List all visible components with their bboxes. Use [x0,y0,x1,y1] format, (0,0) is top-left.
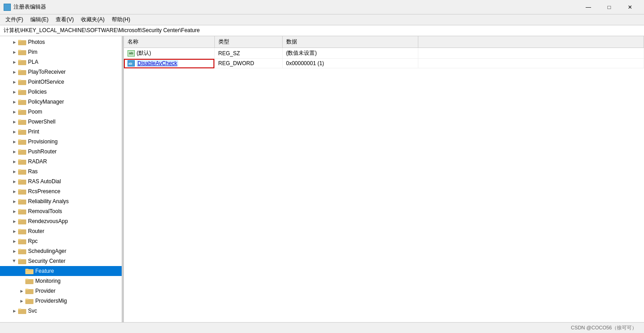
svg-rect-24 [18,129,21,131]
menu-item-f[interactable]: 文件(F) [2,15,27,24]
svg-rect-14 [18,80,21,81]
tree-item-schedulingagent[interactable]: ▶ SchedulingAger [0,246,122,256]
col-header-type: 类型 [214,36,282,48]
menu-item-a[interactable]: 收藏夹(A) [77,15,108,24]
svg-rect-44 [18,229,21,230]
title-bar-left: 注册表编辑器 [4,3,46,11]
tree-item-rasautodial[interactable]: ▶ RAS AutoDial [0,176,122,186]
status-bar: CSDN @COCO56（徐可可） [0,322,644,333]
tree-item-monitoring[interactable]: ▶ Monitoring [0,276,122,286]
svg-rect-10 [18,60,21,61]
arrow-rendezvousapp: ▶ [11,218,18,225]
tree-label-provisioning: Provisioning [28,138,57,145]
tree-item-router[interactable]: ▶ Router [0,226,122,236]
reg-data-disableavcheck: 0x00000001 (1) [282,59,418,68]
folder-icon-svc [18,308,26,314]
svg-rect-2 [5,8,7,10]
reg-name-cell-disableavcheck: ab DisableAvCheck [124,59,214,68]
tree-label-radar: RADAR [28,158,47,165]
table-row[interactable]: ab (默认) REG_SZ (数值未设置) [124,48,644,59]
arrow-pointofservice: ▶ [11,78,18,86]
title-bar: 注册表编辑器 — □ ✕ [0,0,644,14]
tree-item-photos[interactable]: ▶ Photos [0,37,122,47]
close-button[interactable]: ✕ [620,0,640,14]
svg-rect-46 [18,239,21,240]
tree-label-reliabilityanalysis: Reliability Analys [28,198,69,205]
tree-label-policies: Policies [28,89,47,95]
arrow-rpc: ▶ [11,238,18,245]
folder-icon-powershell [18,119,26,125]
tree-item-removaltools[interactable]: ▶ RemovalTools [0,206,122,216]
folder-icon-provisioning [18,138,26,145]
folder-icon-securitycenter [18,258,26,264]
arrow-pushrouter: ▶ [11,148,18,155]
folder-icon-poom [18,109,26,115]
tree-label-rendezvousapp: RendezvousApp [28,218,68,224]
arrow-rcspresence: ▶ [11,188,18,195]
tree-item-policies[interactable]: ▶ Policies [0,87,122,97]
tree-label-print: Print [28,128,39,135]
minimize-button[interactable]: — [578,0,599,14]
tree-item-providersmig[interactable]: ▶ ProvidersMig [0,296,122,306]
tree-item-poom[interactable]: ▶ Poom [0,107,122,117]
tree-label-securitycenter: Security Center [28,258,66,264]
svg-rect-50 [18,259,21,260]
reg-type-icon-ab: ab [128,50,135,57]
tree-label-rasautodial: RAS AutoDial [28,178,61,185]
tree-item-provider[interactable]: ▶ Provider [0,286,122,296]
tree-item-radar[interactable]: ▶ RADAR [0,157,122,166]
svg-rect-6 [18,40,21,41]
arrow-providersmig: ▶ [18,297,25,304]
tree-label-pointofservice: PointOfService [28,79,64,85]
tree-item-print[interactable]: ▶ Print [0,127,122,137]
tree-label-pushrouter: PushRouter [28,148,57,155]
folder-icon-ras [18,168,26,175]
address-path: 计算机\HKEY_LOCAL_MACHINE\SOFTWARE\Microsof… [4,27,200,34]
tree-item-provisioning[interactable]: ▶ Provisioning [0,137,122,147]
tree-item-ras[interactable]: ▶ Ras [0,166,122,176]
tree-item-policymanager[interactable]: ▶ PolicyManager [0,97,122,107]
svg-rect-1 [8,5,10,7]
arrow-router: ▶ [11,228,18,235]
app-icon [4,4,11,11]
table-row[interactable]: ab DisableAvCheck REG_DWORD 0x00000001 (… [124,59,644,68]
tree-item-playtoreceiver[interactable]: ▶ PlayToReceiver [0,67,122,77]
svg-rect-55 [25,279,28,280]
folder-icon-policymanager [18,99,26,105]
folder-icon-print [18,128,26,135]
reg-type-disableavcheck: REG_DWORD [214,59,282,68]
tree-item-securitycenter[interactable]: ▶ Security Center [0,256,122,266]
tree-label-monitoring: Monitoring [35,278,61,284]
tree-item-rpc[interactable]: ▶ Rpc [0,236,122,246]
arrow-pim: ▶ [11,48,18,56]
folder-icon-removaltools [18,208,26,214]
svg-rect-48 [18,249,21,250]
folder-icon-provider [25,288,33,294]
tree-item-pushrouter[interactable]: ▶ PushRouter [0,147,122,157]
tree-panel[interactable]: ▶ Photos ▶ Pim ▶ PLA ▶ [0,36,122,322]
svg-rect-30 [18,159,21,161]
folder-icon-pushrouter [18,148,26,155]
title-bar-controls: — □ ✕ [578,0,640,14]
tree-label-pla: PLA [28,59,38,65]
menu-item-e[interactable]: 编辑(E) [27,15,52,24]
tree-item-rcspresence[interactable]: ▶ RcsPresence [0,186,122,196]
tree-item-svc[interactable]: ▶ Svc [0,306,122,316]
folder-icon-playtoreceiver [18,69,26,75]
maximize-button[interactable]: □ [599,0,620,14]
tree-item-feature[interactable]: ▶ Feature [0,266,122,276]
menu-item-h[interactable]: 帮助(H) [108,15,134,24]
menu-item-v[interactable]: 查看(V) [52,15,77,24]
folder-icon-photos [18,39,26,45]
tree-item-pointofservice[interactable]: ▶ PointOfService [0,77,122,87]
arrow-securitycenter: ▶ [11,257,18,265]
tree-item-pim[interactable]: ▶ Pim [0,47,122,57]
svg-rect-36 [18,189,21,190]
tree-label-playtoreceiver: PlayToReceiver [28,69,66,75]
col-header-data: 数据 [282,36,418,48]
tree-item-pla[interactable]: ▶ PLA [0,57,122,67]
tree-item-reliabilityanalysis[interactable]: ▶ Reliability Analys [0,196,122,206]
arrow-policymanager: ▶ [11,98,18,105]
tree-item-powershell[interactable]: ▶ PowerShell [0,117,122,127]
tree-item-rendezvousapp[interactable]: ▶ RendezvousApp [0,216,122,226]
